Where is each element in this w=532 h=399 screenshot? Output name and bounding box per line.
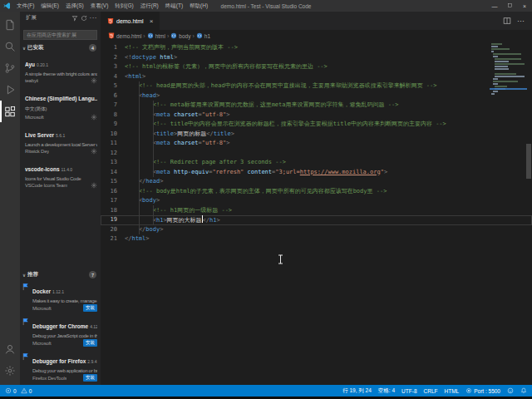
tab-action-more[interactable]: ··· — [517, 17, 525, 25]
search-input[interactable] — [23, 30, 97, 40]
minimap-line — [495, 58, 520, 60]
manage-gear-icon[interactable] — [91, 77, 97, 84]
breadcrumb-separator: › — [192, 33, 194, 39]
extension-description: Debug your JavaScript code in the Ch... — [32, 333, 97, 338]
section-badge: 4 — [89, 44, 96, 52]
token: </ — [206, 131, 213, 137]
extension-item[interactable]: Chinese (Simplified) Langu...1.56.2中文(简体… — [20, 87, 101, 124]
section-header-installed[interactable]: ∨已安装4 — [20, 42, 101, 53]
install-button[interactable]: 安装 — [83, 304, 97, 312]
token: > — [145, 235, 149, 242]
token: <!-- title中的内容会显示在浏览器的标题栏，搜索引擎会主要根据title… — [153, 121, 446, 127]
install-button[interactable]: 安装 — [83, 339, 97, 347]
code-text: </html> — [125, 234, 150, 244]
workbench: 扩展 ··· ∨已安装4Ayu0.20.1A simple theme with… — [0, 12, 532, 385]
status-eol[interactable]: CRLF — [424, 388, 438, 394]
activity-explorer[interactable] — [0, 14, 20, 36]
activity-top — [0, 14, 20, 122]
minimize-button[interactable]: — — [487, 0, 502, 12]
sidebar-action-refresh[interactable] — [81, 15, 87, 22]
line-number: 14 — [101, 168, 117, 178]
minimap-line — [495, 86, 506, 87]
minimap-line — [495, 76, 525, 77]
line-number: 19 — [101, 215, 117, 225]
manage-gear-icon[interactable] — [91, 182, 97, 189]
menu-item[interactable]: 查看(V) — [87, 0, 112, 12]
sidebar-action-filter[interactable] — [71, 15, 78, 22]
extension-title: Debugger for Chrome4.12.12 — [32, 317, 97, 332]
menu-item[interactable]: 编辑(E) — [37, 0, 62, 12]
manage-gear-icon[interactable] — [91, 148, 97, 155]
broadcast-icon — [466, 387, 472, 394]
activity-search[interactable] — [0, 36, 20, 57]
section-header-recommended[interactable]: ∨推荐7 — [20, 269, 101, 280]
activity-account[interactable] — [0, 338, 20, 360]
status-cursor-position[interactable]: 行 19, 列 24 — [342, 387, 372, 395]
code-line: 5 <!-- head是网页的头部，head中的内容不会在网页中直接出现，主要用… — [101, 81, 532, 91]
manage-gear-icon[interactable] — [91, 114, 97, 121]
menu-item[interactable]: 文件(F) — [13, 0, 37, 12]
token: meta — [156, 140, 170, 146]
extension-item[interactable]: Docker1.12.1Makes it easy to create, man… — [20, 280, 101, 315]
menu-item[interactable]: 转到(G) — [111, 0, 136, 12]
extension-name: Chinese (Simplified) Langu... — [25, 96, 97, 101]
install-button[interactable]: 安装 — [83, 374, 97, 382]
menu-item[interactable]: 选择(S) — [62, 0, 87, 12]
extension-description: Launch a development local Server wi... — [25, 142, 97, 147]
breadcrumb-item[interactable]: demo.html — [108, 32, 141, 39]
code-text: </body> — [125, 225, 163, 235]
code-area[interactable]: 1<!-- 文档声明，声明当前网页的版本 -->2<!doctype html>… — [101, 42, 532, 385]
extension-item[interactable]: Debugger for Firefox2.9.4Debug your web … — [20, 350, 101, 385]
code-text: <head> — [125, 91, 160, 101]
tab-label: demo.html — [116, 18, 144, 24]
extensions-sidebar: 扩展 ··· ∨已安装4Ayu0.20.1A simple theme with… — [20, 12, 101, 385]
status-error-count[interactable]: 0 — [5, 387, 17, 394]
menu-item[interactable]: 终端(T) — [162, 0, 186, 12]
status-notifications[interactable] — [520, 387, 527, 394]
token: charset — [170, 140, 199, 146]
token: head — [142, 92, 156, 99]
sidebar-action-more[interactable]: ··· — [90, 16, 98, 21]
token: > — [231, 131, 234, 137]
status-live-server-port[interactable]: Port : 5500 — [466, 387, 500, 394]
menu-item[interactable]: 运行(R) — [137, 0, 162, 12]
line-number: 18 — [101, 206, 117, 216]
indent-guide — [139, 81, 140, 234]
scrollbar-thumb[interactable] — [526, 144, 531, 179]
status-indentation[interactable]: 空格: 4 — [378, 387, 395, 395]
breadcrumb-item[interactable]: h1 — [196, 32, 210, 39]
minimap-line — [491, 46, 498, 47]
status-feedback[interactable] — [507, 387, 514, 394]
tab-demo-html[interactable]: demo.html × — [101, 12, 160, 30]
minimap-line — [495, 61, 509, 62]
status-language-mode[interactable]: HTML — [444, 388, 459, 394]
activity-source-control[interactable] — [0, 57, 20, 79]
token: title — [214, 131, 231, 137]
maximize-button[interactable] — [502, 0, 517, 12]
close-button[interactable]: × — [517, 0, 532, 12]
extension-item[interactable]: Debugger for Chrome4.12.12Debug your Jav… — [20, 315, 101, 350]
activity-settings[interactable] — [0, 360, 20, 382]
breadcrumb-item[interactable]: body — [170, 32, 190, 39]
sidebar-spacer — [20, 192, 101, 269]
extension-name: Docker — [32, 288, 51, 294]
extension-item[interactable]: Live Server5.6.1Launch a development loc… — [20, 124, 101, 158]
activity-run-debug[interactable] — [0, 79, 20, 101]
code-text: <html> — [125, 72, 145, 82]
breadcrumb-item[interactable]: html — [147, 32, 165, 39]
status-encoding[interactable]: UTF-8 — [401, 388, 416, 394]
extension-author: Firefox DevTools — [32, 376, 66, 381]
line-number: 15 — [101, 177, 117, 187]
minimap[interactable] — [491, 43, 525, 96]
extension-footer: Microsoft安装 — [32, 339, 97, 347]
extension-item[interactable]: Ayu0.20.1A simple theme with bright colo… — [20, 53, 101, 87]
section-label: 已安装 — [27, 44, 44, 52]
menu-item[interactable]: 帮助(H) — [186, 0, 211, 12]
tab-close-icon[interactable]: × — [150, 17, 154, 25]
extension-item[interactable]: vscode-icons11.4.0Icons for Visual Studi… — [20, 158, 101, 192]
tab-action-split-editor[interactable] — [503, 17, 511, 25]
status-warning-count[interactable]: 0 — [21, 387, 32, 394]
window-title: demo.html - Test - Visual Studio Code — [221, 3, 312, 9]
activity-extensions[interactable] — [0, 101, 20, 122]
extension-description: A simple theme with bright colors and... — [25, 71, 97, 76]
